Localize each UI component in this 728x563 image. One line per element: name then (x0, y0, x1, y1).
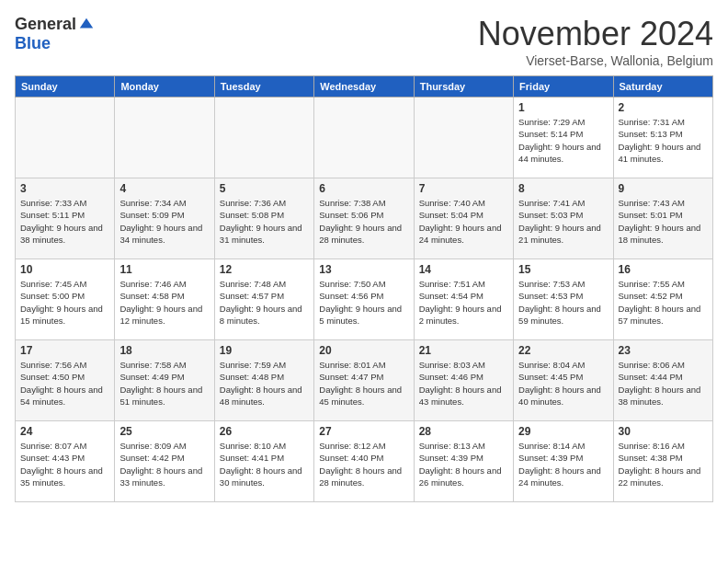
calendar-cell: 5Sunrise: 7:36 AMSunset: 5:08 PMDaylight… (214, 178, 313, 259)
day-number: 18 (119, 344, 209, 357)
day-info: Sunrise: 8:10 AMSunset: 4:41 PMDaylight:… (220, 440, 309, 488)
day-info: Sunrise: 8:04 AMSunset: 4:45 PMDaylight:… (518, 359, 608, 408)
day-info: Sunrise: 7:33 AMSunset: 5:11 PMDaylight:… (20, 197, 109, 246)
day-info: Sunrise: 7:41 AMSunset: 5:03 PMDaylight:… (518, 197, 608, 246)
svg-marker-0 (80, 17, 93, 28)
calendar-cell: 6Sunrise: 7:38 AMSunset: 5:06 PMDaylight… (314, 178, 414, 259)
calendar-cell: 27Sunrise: 8:12 AMSunset: 4:40 PMDayligh… (314, 421, 414, 502)
day-info: Sunrise: 8:01 AMSunset: 4:47 PMDaylight:… (319, 359, 408, 408)
day-info: Sunrise: 7:55 AMSunset: 4:52 PMDaylight:… (619, 278, 708, 327)
calendar-cell (314, 98, 414, 178)
day-number: 4 (119, 182, 209, 195)
calendar-cell: 8Sunrise: 7:41 AMSunset: 5:03 PMDaylight… (514, 178, 613, 259)
calendar-week-row: 3Sunrise: 7:33 AMSunset: 5:11 PMDaylight… (16, 178, 713, 259)
col-header-saturday: Saturday (613, 76, 712, 98)
title-area: November 2024 Vierset-Barse, Wallonia, B… (478, 15, 713, 68)
day-info: Sunrise: 7:40 AMSunset: 5:04 PMDaylight:… (419, 197, 508, 246)
calendar-cell: 13Sunrise: 7:50 AMSunset: 4:56 PMDayligh… (314, 259, 414, 340)
calendar-cell: 30Sunrise: 8:16 AMSunset: 4:38 PMDayligh… (613, 421, 712, 502)
day-info: Sunrise: 7:53 AMSunset: 4:53 PMDaylight:… (518, 278, 608, 327)
day-info: Sunrise: 7:59 AMSunset: 4:48 PMDaylight:… (220, 359, 309, 408)
day-number: 27 (319, 425, 408, 438)
day-number: 28 (419, 425, 508, 438)
day-number: 21 (419, 344, 508, 357)
calendar-cell: 23Sunrise: 8:06 AMSunset: 4:44 PMDayligh… (613, 340, 712, 421)
calendar-cell: 26Sunrise: 8:10 AMSunset: 4:41 PMDayligh… (214, 421, 313, 502)
day-info: Sunrise: 7:58 AMSunset: 4:49 PMDaylight:… (119, 359, 209, 408)
day-info: Sunrise: 7:56 AMSunset: 4:50 PMDaylight:… (20, 359, 109, 408)
calendar-header-row: SundayMondayTuesdayWednesdayThursdayFrid… (16, 76, 713, 98)
calendar-table: SundayMondayTuesdayWednesdayThursdayFrid… (15, 75, 713, 502)
day-info: Sunrise: 7:31 AMSunset: 5:13 PMDaylight:… (619, 116, 708, 165)
calendar-cell: 12Sunrise: 7:48 AMSunset: 4:57 PMDayligh… (214, 259, 313, 340)
col-header-monday: Monday (115, 76, 214, 98)
day-info: Sunrise: 7:45 AMSunset: 5:00 PMDaylight:… (20, 278, 109, 327)
calendar-cell: 28Sunrise: 8:13 AMSunset: 4:39 PMDayligh… (414, 421, 513, 502)
day-info: Sunrise: 7:46 AMSunset: 4:58 PMDaylight:… (119, 278, 209, 327)
day-number: 23 (619, 344, 708, 357)
day-info: Sunrise: 8:12 AMSunset: 4:40 PMDaylight:… (319, 440, 408, 488)
day-number: 8 (518, 182, 608, 195)
location: Vierset-Barse, Wallonia, Belgium (478, 53, 713, 68)
day-number: 1 (518, 101, 608, 114)
calendar-week-row: 17Sunrise: 7:56 AMSunset: 4:50 PMDayligh… (16, 340, 713, 421)
calendar-cell: 24Sunrise: 8:07 AMSunset: 4:43 PMDayligh… (16, 421, 115, 502)
calendar-cell: 15Sunrise: 7:53 AMSunset: 4:53 PMDayligh… (514, 259, 613, 340)
day-number: 24 (20, 425, 109, 438)
col-header-wednesday: Wednesday (314, 76, 414, 98)
day-info: Sunrise: 8:14 AMSunset: 4:39 PMDaylight:… (518, 440, 608, 488)
calendar-cell: 9Sunrise: 7:43 AMSunset: 5:01 PMDaylight… (613, 178, 712, 259)
calendar-cell: 1Sunrise: 7:29 AMSunset: 5:14 PMDaylight… (514, 98, 613, 178)
day-info: Sunrise: 7:29 AMSunset: 5:14 PMDaylight:… (518, 116, 608, 165)
col-header-tuesday: Tuesday (214, 76, 313, 98)
col-header-sunday: Sunday (16, 76, 115, 98)
logo: General Blue (15, 15, 95, 53)
col-header-friday: Friday (514, 76, 613, 98)
day-number: 30 (619, 425, 708, 438)
logo-icon (78, 17, 95, 33)
day-info: Sunrise: 8:03 AMSunset: 4:46 PMDaylight:… (419, 359, 508, 408)
calendar-cell: 2Sunrise: 7:31 AMSunset: 5:13 PMDaylight… (613, 98, 712, 178)
calendar-week-row: 10Sunrise: 7:45 AMSunset: 5:00 PMDayligh… (16, 259, 713, 340)
day-number: 15 (518, 263, 608, 276)
day-number: 29 (518, 425, 608, 438)
day-number: 7 (419, 182, 508, 195)
day-number: 19 (220, 344, 309, 357)
day-info: Sunrise: 7:36 AMSunset: 5:08 PMDaylight:… (220, 197, 309, 246)
day-info: Sunrise: 7:34 AMSunset: 5:09 PMDaylight:… (119, 197, 209, 246)
calendar-cell: 20Sunrise: 8:01 AMSunset: 4:47 PMDayligh… (314, 340, 414, 421)
day-info: Sunrise: 8:13 AMSunset: 4:39 PMDaylight:… (419, 440, 508, 488)
day-number: 9 (619, 182, 708, 195)
day-number: 25 (119, 425, 209, 438)
day-number: 5 (220, 182, 309, 195)
calendar-cell: 29Sunrise: 8:14 AMSunset: 4:39 PMDayligh… (514, 421, 613, 502)
day-number: 6 (319, 182, 408, 195)
day-number: 12 (220, 263, 309, 276)
day-info: Sunrise: 7:48 AMSunset: 4:57 PMDaylight:… (220, 278, 309, 327)
calendar-cell: 4Sunrise: 7:34 AMSunset: 5:09 PMDaylight… (115, 178, 214, 259)
day-info: Sunrise: 7:50 AMSunset: 4:56 PMDaylight:… (319, 278, 408, 327)
calendar-cell (214, 98, 313, 178)
day-number: 3 (20, 182, 109, 195)
day-number: 2 (619, 101, 708, 114)
calendar-cell: 19Sunrise: 7:59 AMSunset: 4:48 PMDayligh… (214, 340, 313, 421)
month-title: November 2024 (478, 15, 713, 53)
day-number: 13 (319, 263, 408, 276)
calendar-cell: 10Sunrise: 7:45 AMSunset: 5:00 PMDayligh… (16, 259, 115, 340)
day-info: Sunrise: 8:16 AMSunset: 4:38 PMDaylight:… (619, 440, 708, 488)
calendar-cell: 25Sunrise: 8:09 AMSunset: 4:42 PMDayligh… (115, 421, 214, 502)
day-info: Sunrise: 8:09 AMSunset: 4:42 PMDaylight:… (119, 440, 209, 488)
calendar-cell: 18Sunrise: 7:58 AMSunset: 4:49 PMDayligh… (115, 340, 214, 421)
day-number: 17 (20, 344, 109, 357)
day-number: 26 (220, 425, 309, 438)
calendar-cell: 16Sunrise: 7:55 AMSunset: 4:52 PMDayligh… (613, 259, 712, 340)
calendar-cell: 11Sunrise: 7:46 AMSunset: 4:58 PMDayligh… (115, 259, 214, 340)
day-info: Sunrise: 7:38 AMSunset: 5:06 PMDaylight:… (319, 197, 408, 246)
calendar-cell (414, 98, 513, 178)
day-info: Sunrise: 7:43 AMSunset: 5:01 PMDaylight:… (619, 197, 708, 246)
day-number: 16 (619, 263, 708, 276)
calendar-cell (115, 98, 214, 178)
day-info: Sunrise: 7:51 AMSunset: 4:54 PMDaylight:… (419, 278, 508, 327)
calendar-week-row: 24Sunrise: 8:07 AMSunset: 4:43 PMDayligh… (16, 421, 713, 502)
calendar-cell: 21Sunrise: 8:03 AMSunset: 4:46 PMDayligh… (414, 340, 513, 421)
